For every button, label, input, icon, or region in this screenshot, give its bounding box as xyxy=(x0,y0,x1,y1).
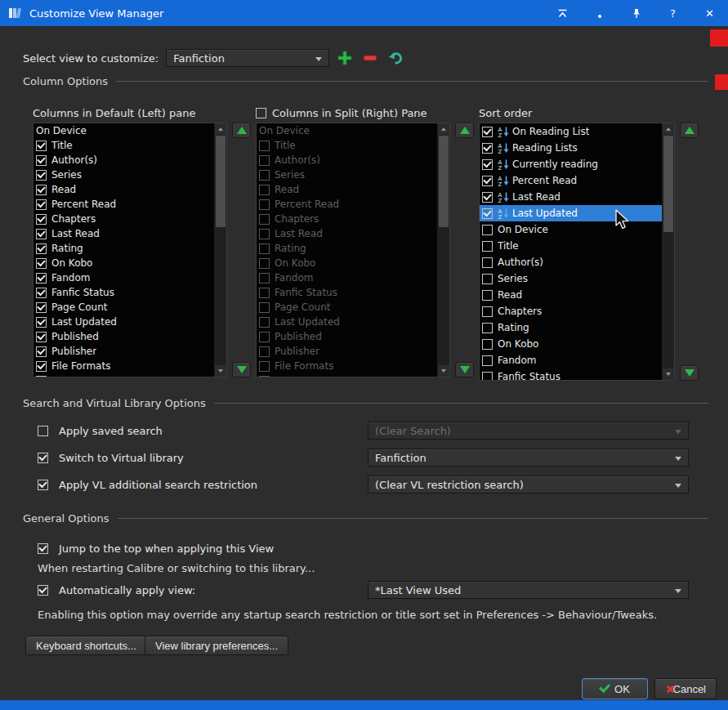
list-item[interactable]: Last Updated xyxy=(33,315,214,329)
item-checkbox[interactable] xyxy=(259,170,270,181)
list-item[interactable]: Page Count xyxy=(257,300,437,315)
scroll-up-arrow[interactable] xyxy=(215,123,226,135)
item-checkbox[interactable] xyxy=(259,332,270,342)
scrollbar-thumb[interactable] xyxy=(663,136,673,232)
list-item[interactable]: On Kobo xyxy=(257,256,437,270)
auto-apply-dropdown[interactable]: *Last View Used xyxy=(368,581,689,599)
item-checkbox[interactable] xyxy=(36,332,47,342)
item-checkbox[interactable] xyxy=(482,192,493,203)
move-down-button[interactable] xyxy=(680,365,699,381)
item-checkbox[interactable] xyxy=(36,317,47,328)
list-item[interactable] xyxy=(33,373,214,377)
list-item[interactable]: Fandom xyxy=(33,270,214,285)
help-button[interactable]: ? xyxy=(654,0,691,26)
list-item[interactable]: AZCurrently reading xyxy=(480,156,662,172)
list-item[interactable]: On Kobo xyxy=(33,256,214,270)
list-item[interactable]: Title xyxy=(480,238,662,254)
ok-button[interactable]: OK xyxy=(582,678,648,699)
item-checkbox[interactable] xyxy=(259,346,270,357)
scrollbar[interactable] xyxy=(437,123,449,377)
item-checkbox[interactable] xyxy=(482,257,493,268)
list-item[interactable]: Series xyxy=(33,167,214,182)
item-checkbox[interactable] xyxy=(482,176,493,186)
list-item[interactable]: On Kobo xyxy=(480,336,662,352)
item-checkbox[interactable] xyxy=(482,241,493,252)
shade-button[interactable] xyxy=(544,0,581,26)
list-item[interactable]: Author(s) xyxy=(33,153,214,167)
list-item[interactable]: Fanfic Status xyxy=(480,368,662,380)
item-checkbox[interactable] xyxy=(36,229,47,239)
list-item[interactable]: Published xyxy=(33,329,214,344)
list-item[interactable]: Rating xyxy=(257,241,437,256)
item-checkbox[interactable] xyxy=(482,323,493,333)
pin-button[interactable] xyxy=(618,0,654,26)
list-item[interactable]: Title xyxy=(33,138,214,153)
move-up-button[interactable] xyxy=(232,123,251,138)
keyboard-shortcuts-button[interactable]: Keyboard shortcuts... xyxy=(25,636,147,655)
close-button[interactable]: ✕ xyxy=(691,0,728,26)
move-up-button[interactable] xyxy=(680,123,699,138)
list-item[interactable]: Percent Read xyxy=(257,197,437,212)
titlebar[interactable]: Customize View Manager ? ✕ xyxy=(0,0,728,26)
item-checkbox[interactable] xyxy=(482,339,493,350)
item-checkbox[interactable] xyxy=(259,199,270,210)
auto-apply-checkbox[interactable] xyxy=(38,585,48,596)
item-checkbox[interactable] xyxy=(259,317,270,328)
list-item[interactable]: AZPercent Read xyxy=(480,172,662,189)
item-checkbox[interactable] xyxy=(482,225,493,235)
item-checkbox[interactable] xyxy=(259,243,270,254)
item-checkbox[interactable] xyxy=(259,185,270,195)
rename-view-button[interactable] xyxy=(386,48,405,68)
list-item[interactable]: Publisher xyxy=(33,344,214,359)
list-item[interactable]: File Formats xyxy=(33,359,214,373)
list-item[interactable]: On Device xyxy=(33,123,214,138)
list-item[interactable]: Rating xyxy=(33,241,214,256)
move-up-button[interactable] xyxy=(455,123,474,138)
item-checkbox[interactable] xyxy=(482,355,493,366)
list-item[interactable]: Chapters xyxy=(33,212,214,226)
list-item[interactable]: Chapters xyxy=(257,212,437,226)
split-pane-checkbox[interactable] xyxy=(256,108,266,118)
list-item[interactable]: Last Read xyxy=(257,226,437,241)
sort-order-list[interactable]: AZOn Reading ListAZReading ListsAZCurren… xyxy=(479,123,675,381)
item-checkbox[interactable] xyxy=(259,214,270,225)
item-checkbox[interactable] xyxy=(36,199,47,210)
scroll-down-arrow[interactable] xyxy=(663,368,674,380)
split-pane-list[interactable]: On DeviceTitleAuthor(s)SeriesReadPercent… xyxy=(256,123,450,377)
list-item[interactable]: Fanfic Status xyxy=(257,285,437,300)
item-checkbox[interactable] xyxy=(36,214,47,225)
jump-to-top-checkbox[interactable] xyxy=(38,543,48,554)
item-checkbox[interactable] xyxy=(36,243,47,254)
delete-view-button[interactable] xyxy=(360,48,380,68)
list-item[interactable]: Rating xyxy=(480,319,662,336)
scroll-down-arrow[interactable] xyxy=(215,365,226,377)
scrollbar[interactable] xyxy=(662,123,674,380)
item-checkbox[interactable] xyxy=(36,155,47,166)
list-item[interactable] xyxy=(257,373,437,377)
list-item[interactable]: Author(s) xyxy=(480,254,662,270)
item-checkbox[interactable] xyxy=(36,273,47,284)
minimize-button[interactable] xyxy=(581,0,618,26)
list-item[interactable]: Chapters xyxy=(480,303,662,319)
list-item[interactable]: AZLast Read xyxy=(480,189,662,205)
list-item[interactable]: On Device xyxy=(257,123,437,138)
list-item[interactable]: Read xyxy=(480,287,662,303)
list-item[interactable]: Fanfic Status xyxy=(33,285,214,300)
item-checkbox[interactable] xyxy=(36,258,47,269)
view-select-dropdown[interactable]: Fanfiction xyxy=(166,49,329,67)
view-library-preferences-button[interactable]: View library preferences... xyxy=(145,636,288,655)
list-item[interactable]: Last Read xyxy=(33,226,214,241)
list-item[interactable]: Publisher xyxy=(257,344,437,359)
scrollbar-thumb[interactable] xyxy=(216,136,226,227)
add-view-button[interactable] xyxy=(335,48,355,68)
scroll-up-arrow[interactable] xyxy=(438,123,449,135)
list-item[interactable]: AZReading Lists xyxy=(480,140,662,156)
item-checkbox[interactable] xyxy=(482,274,493,284)
list-item[interactable]: AZOn Reading List xyxy=(480,123,662,140)
list-item[interactable]: File Formats xyxy=(257,359,437,373)
item-checkbox[interactable] xyxy=(482,159,493,170)
list-item[interactable]: Fandom xyxy=(257,270,437,285)
item-checkbox[interactable] xyxy=(482,306,493,317)
item-checkbox[interactable] xyxy=(36,288,47,298)
item-checkbox[interactable] xyxy=(36,170,47,181)
